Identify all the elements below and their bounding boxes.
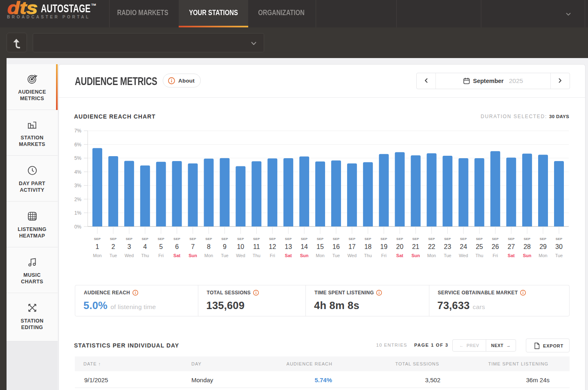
svg-text:26: 26 — [491, 243, 499, 250]
svg-text:6: 6 — [175, 243, 179, 250]
svg-text:12: 12 — [269, 243, 276, 250]
svg-text:27: 27 — [507, 243, 515, 250]
svg-text:Fri: Fri — [270, 253, 275, 258]
svg-text:7%: 7% — [74, 128, 82, 134]
svg-text:SEP: SEP — [380, 237, 387, 241]
svg-text:6%: 6% — [74, 142, 82, 148]
svg-text:23: 23 — [444, 243, 451, 250]
svg-text:SEP: SEP — [173, 237, 180, 241]
svg-text:5: 5 — [159, 243, 163, 250]
svg-text:SEP: SEP — [349, 237, 356, 241]
svg-text:Sun: Sun — [523, 253, 532, 258]
svg-text:24: 24 — [460, 243, 467, 250]
svg-text:SEP: SEP — [301, 237, 308, 241]
svg-text:SEP: SEP — [412, 237, 419, 241]
svg-text:19: 19 — [380, 243, 388, 250]
svg-text:2%: 2% — [74, 197, 82, 202]
svg-text:Tue: Tue — [110, 253, 117, 258]
svg-text:Sun: Sun — [300, 253, 309, 258]
svg-text:SEP: SEP — [253, 237, 260, 241]
svg-text:Sun: Sun — [411, 253, 420, 258]
svg-text:SEP: SEP — [508, 237, 515, 241]
svg-text:Mon: Mon — [93, 253, 101, 258]
svg-text:Tue: Tue — [555, 253, 563, 258]
svg-text:SEP: SEP — [157, 237, 164, 241]
svg-text:30: 30 — [555, 243, 563, 250]
svg-text:7: 7 — [191, 243, 195, 250]
svg-text:SEP: SEP — [285, 237, 292, 241]
svg-text:Wed: Wed — [236, 253, 245, 258]
svg-text:SEP: SEP — [365, 237, 372, 241]
svg-text:SEP: SEP — [141, 237, 148, 241]
svg-text:28: 28 — [523, 243, 531, 250]
svg-text:SEP: SEP — [269, 237, 276, 241]
svg-text:22: 22 — [428, 243, 435, 250]
svg-text:Mon: Mon — [539, 253, 547, 258]
svg-text:Tue: Tue — [332, 253, 340, 258]
svg-text:3%: 3% — [74, 183, 82, 188]
svg-text:SEP: SEP — [460, 237, 467, 241]
svg-text:Thu: Thu — [476, 253, 483, 258]
svg-text:11: 11 — [253, 243, 260, 250]
svg-text:2: 2 — [111, 243, 115, 250]
svg-text:SEP: SEP — [540, 237, 547, 241]
svg-text:Thu: Thu — [364, 253, 372, 258]
svg-text:SEP: SEP — [492, 237, 499, 241]
svg-text:SEP: SEP — [428, 237, 435, 241]
svg-text:17: 17 — [348, 243, 356, 250]
svg-text:14: 14 — [301, 243, 308, 250]
svg-text:Sun: Sun — [189, 253, 197, 258]
svg-text:4%: 4% — [74, 169, 82, 175]
svg-text:Wed: Wed — [459, 253, 468, 258]
svg-text:Sat: Sat — [285, 253, 292, 258]
svg-text:4: 4 — [143, 243, 147, 250]
svg-text:9: 9 — [223, 243, 227, 250]
svg-text:1%: 1% — [74, 210, 82, 216]
svg-text:5%: 5% — [74, 155, 82, 161]
svg-text:SEP: SEP — [205, 237, 212, 241]
svg-text:Sat: Sat — [173, 253, 180, 258]
svg-text:SEP: SEP — [333, 237, 340, 241]
svg-text:SEP: SEP — [237, 237, 244, 241]
svg-text:15: 15 — [316, 243, 324, 250]
svg-text:Mon: Mon — [204, 253, 213, 258]
svg-text:3: 3 — [127, 243, 131, 250]
svg-text:Fri: Fri — [493, 253, 498, 258]
svg-text:21: 21 — [412, 243, 420, 250]
svg-text:SEP: SEP — [556, 237, 563, 241]
svg-text:18: 18 — [364, 243, 372, 250]
svg-text:25: 25 — [476, 243, 483, 250]
svg-text:Thu: Thu — [141, 253, 149, 258]
svg-text:Thu: Thu — [253, 253, 260, 258]
svg-text:29: 29 — [539, 243, 547, 250]
svg-text:SEP: SEP — [317, 237, 324, 241]
svg-text:10: 10 — [237, 243, 244, 250]
svg-text:1: 1 — [96, 243, 99, 250]
svg-text:Mon: Mon — [427, 253, 436, 258]
svg-text:SEP: SEP — [221, 237, 228, 241]
svg-text:13: 13 — [285, 243, 292, 250]
svg-text:SEP: SEP — [126, 237, 133, 241]
svg-text:16: 16 — [332, 243, 340, 250]
svg-text:SEP: SEP — [444, 237, 451, 241]
svg-text:SEP: SEP — [189, 237, 196, 241]
svg-text:SEP: SEP — [110, 237, 117, 241]
svg-text:20: 20 — [396, 243, 404, 250]
svg-text:SEP: SEP — [396, 237, 403, 241]
svg-text:Tue: Tue — [221, 253, 229, 258]
svg-text:0%: 0% — [74, 224, 82, 230]
svg-text:Mon: Mon — [316, 253, 324, 258]
svg-text:Tue: Tue — [444, 253, 451, 258]
svg-text:Wed: Wed — [125, 253, 134, 258]
svg-text:SEP: SEP — [524, 237, 531, 241]
svg-text:Fri: Fri — [381, 253, 386, 258]
svg-text:8: 8 — [207, 243, 211, 250]
svg-text:Sat: Sat — [396, 253, 403, 258]
svg-text:SEP: SEP — [94, 237, 101, 241]
svg-text:Wed: Wed — [348, 253, 357, 258]
svg-text:SEP: SEP — [476, 237, 483, 241]
svg-text:Sat: Sat — [508, 253, 515, 258]
svg-text:Fri: Fri — [158, 253, 164, 258]
